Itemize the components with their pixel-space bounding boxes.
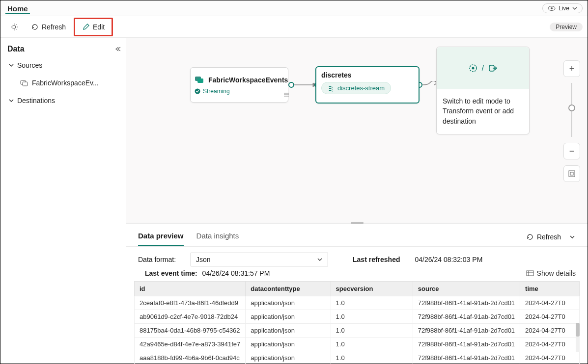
toolbar-left: Refresh Edit — [5, 18, 113, 36]
chevron-down-icon — [317, 257, 323, 262]
cell-time: 2024-04-27T0 — [520, 310, 580, 324]
panel-refresh-button[interactable]: Refresh — [524, 232, 563, 242]
cell-specversion: 1.0 — [331, 324, 413, 338]
table-scrollbar[interactable] — [576, 323, 580, 352]
tab-home[interactable]: Home — [5, 2, 30, 14]
panel-resize-handle[interactable] — [351, 222, 364, 224]
zoom-in-button[interactable]: + — [563, 60, 580, 77]
check-circle-icon — [195, 88, 200, 94]
stream-icon — [328, 85, 335, 92]
table-row[interactable]: 42a9465e-d84f-4e7e-a873-3941fe7applicati… — [135, 338, 580, 351]
col-datacontenttype[interactable]: datacontenttype — [246, 282, 331, 296]
cell-id: aaa8188b-fd99-4b6a-9b6f-0cad94c — [135, 351, 246, 364]
table-row[interactable]: aaa8188b-fd99-4b6a-9b6f-0cad94capplicati… — [135, 351, 580, 364]
collapse-icon[interactable] — [114, 46, 121, 52]
edit-icon — [82, 23, 90, 31]
pipeline-canvas[interactable]: FabricWorkspaceEvents Streaming discrete… — [126, 38, 588, 223]
details-icon — [526, 270, 534, 276]
workspace-icon — [195, 76, 204, 84]
source-body: FabricWorkspaceEvents Streaming — [191, 68, 294, 102]
sidebar-section-destinations[interactable]: Destinations — [7, 94, 121, 107]
refresh-button[interactable]: Refresh — [26, 20, 71, 34]
zoom-slider[interactable] — [571, 83, 572, 137]
sidebar-section-label: Destinations — [17, 97, 55, 104]
source-node[interactable]: FabricWorkspaceEvents Streaming — [190, 67, 288, 103]
cell-specversion: 1.0 — [331, 351, 413, 364]
panel-meta-row2: Last event time: 04/26/24 08:31:57 PM Sh… — [126, 269, 588, 281]
chevron-down-icon — [8, 98, 14, 104]
tab-data-preview[interactable]: Data preview — [138, 228, 184, 246]
svg-rect-20 — [527, 271, 533, 276]
col-time[interactable]: time — [520, 282, 580, 296]
sidebar: Data Sources FabricWorkspaceEv... Destin… — [0, 38, 126, 364]
sidebar-item-label: FabricWorkspaceEv... — [32, 79, 99, 87]
svg-rect-10 — [197, 78, 203, 83]
data-table: id datacontenttype specversion source ti… — [134, 281, 580, 364]
zoom-controls: + − — [562, 60, 582, 182]
sidebar-item-source[interactable]: FabricWorkspaceEv... — [7, 77, 121, 89]
sidebar-header: Data — [7, 45, 121, 53]
data-panel: Data preview Data insights Refresh Data … — [126, 223, 588, 364]
stream-node[interactable]: discretes discretes-stream — [315, 66, 420, 104]
sidebar-section-sources[interactable]: Sources — [7, 58, 121, 72]
header-bar: Home Live — [0, 0, 588, 16]
col-specversion[interactable]: specversion — [331, 282, 413, 296]
preview-badge: Preview — [550, 23, 583, 31]
table-row[interactable]: ab9061d9-c2cf-4e7e-9018-72db24applicatio… — [135, 310, 580, 324]
zoom-thumb[interactable] — [568, 104, 575, 111]
canvas-column: FabricWorkspaceEvents Streaming discrete… — [126, 38, 588, 364]
svg-rect-4 — [23, 82, 28, 86]
panel-refresh-label: Refresh — [537, 233, 561, 241]
cell-id: 88175ba4-0da1-46b8-9795-c54362 — [135, 324, 246, 338]
workspace-icon — [20, 79, 28, 86]
chevron-down-icon — [572, 6, 577, 10]
col-id[interactable]: id — [135, 282, 246, 296]
col-source[interactable]: source — [413, 282, 520, 296]
cell-source: 72f988bf-86f1-41af-91ab-2d7cd01 — [413, 310, 520, 324]
cell-datacontenttype: application/json — [246, 351, 331, 364]
scroll-thumb[interactable] — [576, 323, 580, 337]
refresh-label: Refresh — [42, 23, 66, 31]
svg-point-1 — [551, 7, 553, 9]
panel-tab-row: Data preview Data insights Refresh — [126, 224, 588, 247]
cell-specversion: 1.0 — [331, 310, 413, 324]
cell-time: 2024-04-27T0 — [520, 338, 580, 351]
live-mode-dropdown[interactable]: Live — [542, 3, 583, 13]
panel-meta-row1: Data format: Json Last refreshed 04/26/2… — [126, 247, 588, 269]
chevron-down-icon — [8, 62, 14, 68]
cell-time: 2024-04-27T0 — [520, 324, 580, 338]
table-row[interactable]: 88175ba4-0da1-46b8-9795-c54362applicatio… — [135, 324, 580, 338]
fit-screen-button[interactable] — [563, 165, 580, 182]
last-refreshed-label: Last refreshed — [353, 256, 400, 263]
cell-specversion: 1.0 — [331, 296, 413, 310]
destination-icons: / — [437, 47, 529, 89]
source-status-label: Streaming — [203, 88, 230, 95]
show-details-button[interactable]: Show details — [526, 269, 576, 277]
tab-data-insights[interactable]: Data insights — [196, 228, 239, 246]
edit-button-highlight: Edit — [74, 18, 113, 36]
edit-button[interactable]: Edit — [77, 20, 110, 34]
refresh-icon — [31, 23, 39, 31]
stream-pill[interactable]: discretes-stream — [321, 82, 391, 94]
format-select[interactable]: Json — [191, 253, 328, 266]
format-label: Data format: — [138, 256, 176, 263]
stream-pill-label: discretes-stream — [337, 84, 385, 92]
zoom-out-button[interactable]: − — [563, 143, 580, 159]
settings-button[interactable] — [5, 20, 23, 34]
table-row[interactable]: 2ceafaf0-e8f1-473a-86f1-46dfedd9applicat… — [135, 296, 580, 310]
toolbar: Refresh Edit Preview — [0, 16, 588, 38]
cell-time: 2024-04-27T0 — [520, 296, 580, 310]
cell-source: 72f988bf-86f1-41af-91ab-2d7cd01 — [413, 324, 520, 338]
cell-source: 72f988bf-86f1-41af-91ab-2d7cd01 — [413, 338, 520, 351]
svg-point-11 — [195, 89, 200, 94]
app-root: Home Live Refresh Edit Preview — [0, 0, 588, 364]
node-menu-button[interactable] — [283, 92, 290, 99]
gear-icon — [10, 23, 18, 31]
cell-id: 2ceafaf0-e8f1-473a-86f1-46dfedd9 — [135, 296, 246, 310]
destination-node[interactable]: / Switch to edit mode to Transform event… — [436, 47, 530, 134]
refresh-icon — [526, 233, 534, 241]
last-event-value: 04/26/24 08:31:57 PM — [202, 269, 270, 277]
menu-icon — [283, 92, 290, 98]
cell-id: ab9061d9-c2cf-4e7e-9018-72db24 — [135, 310, 246, 324]
chevron-down-icon[interactable] — [569, 234, 576, 240]
